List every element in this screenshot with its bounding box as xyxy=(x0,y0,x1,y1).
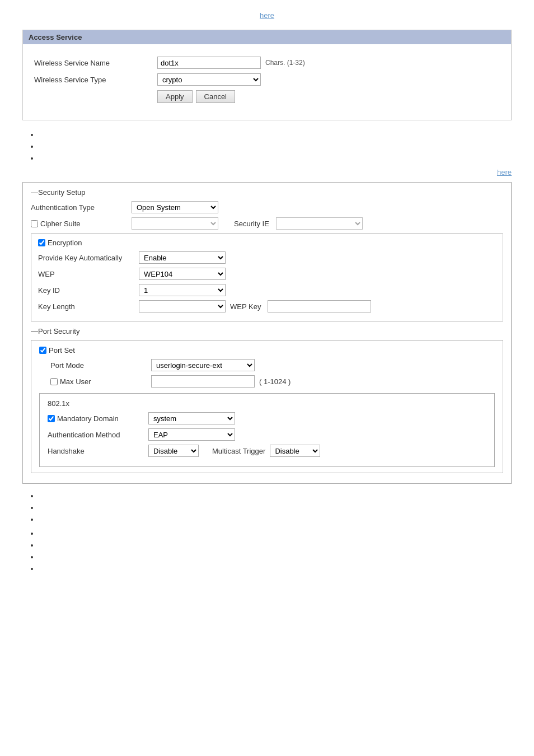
port-set-checkbox[interactable] xyxy=(39,347,46,354)
service-type-label: Wireless Service Type xyxy=(34,76,157,84)
bullet-list-1 xyxy=(39,130,512,162)
mid-link-container: here xyxy=(22,168,512,176)
security-setup-section: —Security Setup Authentication Type Open… xyxy=(22,182,512,484)
cipher-suite-control: Security IE xyxy=(132,217,363,230)
auth-method-select[interactable]: EAP PAP CHAP xyxy=(148,428,235,441)
bullet-list-3 xyxy=(39,529,512,573)
cipher-suite-select[interactable] xyxy=(132,217,218,230)
service-name-row: Wireless Service Name Chars. (1-32) xyxy=(34,57,500,69)
access-service-header: Access Service xyxy=(23,30,511,44)
wep-control: WEP104 WEP40 xyxy=(139,268,226,280)
security-ie-label: Security IE xyxy=(234,220,269,228)
bullet-item xyxy=(39,553,512,561)
key-length-select[interactable] xyxy=(139,300,226,312)
multicast-trigger-label: Multicast Trigger xyxy=(212,447,265,455)
port-mode-control: userlogin-secure-ext userlogin mac-authe… xyxy=(151,359,255,371)
handshake-label: Handshake xyxy=(48,447,148,455)
mid-link[interactable]: here xyxy=(497,168,512,176)
max-user-row: Max User ( 1-1024 ) xyxy=(50,375,495,388)
handshake-control: Disable Enable Multicast Trigger Disable… xyxy=(148,445,320,457)
top-link[interactable]: here xyxy=(260,11,274,20)
bullet-item xyxy=(39,503,512,512)
chars-hint: Chars. (1-32) xyxy=(265,59,305,67)
port-security-legend: —Port Security xyxy=(31,327,503,335)
key-length-row: Key Length WEP Key xyxy=(38,300,496,312)
auth-method-label: Authentication Method xyxy=(48,431,148,439)
security-setup-legend: —Security Setup xyxy=(31,188,503,197)
provide-key-control: Enable Disable xyxy=(139,251,226,264)
security-ie-select[interactable] xyxy=(276,217,363,230)
max-user-control: ( 1-1024 ) xyxy=(151,375,291,388)
bullet-item xyxy=(39,564,512,573)
port-set-box: Port Set Port Mode userlogin-secure-ext … xyxy=(31,340,503,473)
bullet-item xyxy=(39,541,512,549)
port-set-legend: Port Set xyxy=(39,346,495,354)
cipher-suite-label: Cipher Suite xyxy=(31,220,132,228)
top-link-container: here xyxy=(22,11,512,20)
port-mode-label: Port Mode xyxy=(50,361,151,370)
wep-key-input[interactable] xyxy=(268,300,371,312)
port-security-section: —Port Security Port Set Port Mode userlo… xyxy=(31,327,503,473)
service-type-select[interactable]: crypto clear dot1x xyxy=(157,73,261,86)
mandatory-domain-checkbox[interactable] xyxy=(48,415,55,422)
auth-method-row: Authentication Method EAP PAP CHAP xyxy=(48,428,486,441)
encryption-checkbox[interactable] xyxy=(38,239,45,246)
key-length-control: WEP Key xyxy=(139,300,371,312)
access-service-form: Wireless Service Name Chars. (1-32) Wire… xyxy=(23,51,511,120)
key-id-label: Key ID xyxy=(38,286,139,295)
cancel-button[interactable]: Cancel xyxy=(196,90,235,103)
auth-type-select[interactable]: Open System Shared Key WPA WPA2 xyxy=(132,201,218,213)
key-id-row: Key ID 1 2 3 4 xyxy=(38,284,496,296)
mandatory-domain-control: system domain1 xyxy=(148,412,235,424)
bullet-item xyxy=(39,142,512,151)
handshake-select[interactable]: Disable Enable xyxy=(148,445,199,457)
dot1x-box: 802.1x Mandatory Domain system domain1 xyxy=(39,393,495,467)
max-user-hint: ( 1-1024 ) xyxy=(259,377,291,386)
auth-method-control: EAP PAP CHAP xyxy=(148,428,235,441)
service-name-control: Chars. (1-32) xyxy=(157,57,305,69)
mandatory-domain-checkbox-label[interactable]: Mandatory Domain xyxy=(48,414,148,423)
max-user-input[interactable] xyxy=(151,375,255,388)
key-length-label: Key Length xyxy=(38,302,139,311)
bullet-item xyxy=(39,130,512,139)
encryption-box: Encryption Provide Key Automatically Ena… xyxy=(31,234,503,321)
provide-key-select[interactable]: Enable Disable xyxy=(139,251,226,264)
apply-button[interactable]: Apply xyxy=(157,90,193,103)
key-id-select[interactable]: 1 2 3 4 xyxy=(139,284,226,296)
mandatory-domain-select[interactable]: system domain1 xyxy=(148,412,235,424)
wep-label: WEP xyxy=(38,270,139,278)
bullet-item xyxy=(39,515,512,524)
multicast-trigger-select[interactable]: Disable Enable xyxy=(270,445,320,457)
service-name-input[interactable] xyxy=(157,57,261,69)
access-service-section: Access Service Wireless Service Name Cha… xyxy=(22,30,512,120)
wep-key-label: WEP Key xyxy=(230,302,261,311)
auth-type-label: Authentication Type xyxy=(31,203,132,212)
bullet-item xyxy=(39,154,512,162)
key-id-control: 1 2 3 4 xyxy=(139,284,226,296)
action-buttons: Apply Cancel xyxy=(157,90,500,109)
cipher-suite-checkbox[interactable] xyxy=(31,220,38,227)
wep-row: WEP WEP104 WEP40 xyxy=(38,268,496,280)
encryption-legend: Encryption xyxy=(38,239,496,247)
service-name-label: Wireless Service Name xyxy=(34,59,157,67)
max-user-label: Max User xyxy=(50,377,151,386)
auth-type-row: Authentication Type Open System Shared K… xyxy=(31,201,503,213)
service-type-control: crypto clear dot1x xyxy=(157,73,261,86)
provide-key-label: Provide Key Automatically xyxy=(38,254,139,262)
wep-select[interactable]: WEP104 WEP40 xyxy=(139,268,226,280)
bullet-item xyxy=(39,529,512,538)
service-type-row: Wireless Service Type crypto clear dot1x xyxy=(34,73,500,86)
handshake-row: Handshake Disable Enable Multicast Trigg… xyxy=(48,445,486,457)
bullet-item xyxy=(39,492,512,500)
auth-type-control: Open System Shared Key WPA WPA2 xyxy=(132,201,218,213)
mandatory-domain-row: Mandatory Domain system domain1 xyxy=(48,412,486,424)
bullet-list-2 xyxy=(39,492,512,524)
dot1x-legend: 802.1x xyxy=(48,399,486,408)
port-mode-row: Port Mode userlogin-secure-ext userlogin… xyxy=(50,359,495,371)
cipher-suite-checkbox-label[interactable]: Cipher Suite xyxy=(31,220,132,228)
provide-key-row: Provide Key Automatically Enable Disable xyxy=(38,251,496,264)
mandatory-domain-label: Mandatory Domain xyxy=(48,414,148,423)
port-mode-select[interactable]: userlogin-secure-ext userlogin mac-authe… xyxy=(151,359,255,371)
max-user-checkbox-label[interactable]: Max User xyxy=(50,377,151,386)
max-user-checkbox[interactable] xyxy=(50,378,58,385)
